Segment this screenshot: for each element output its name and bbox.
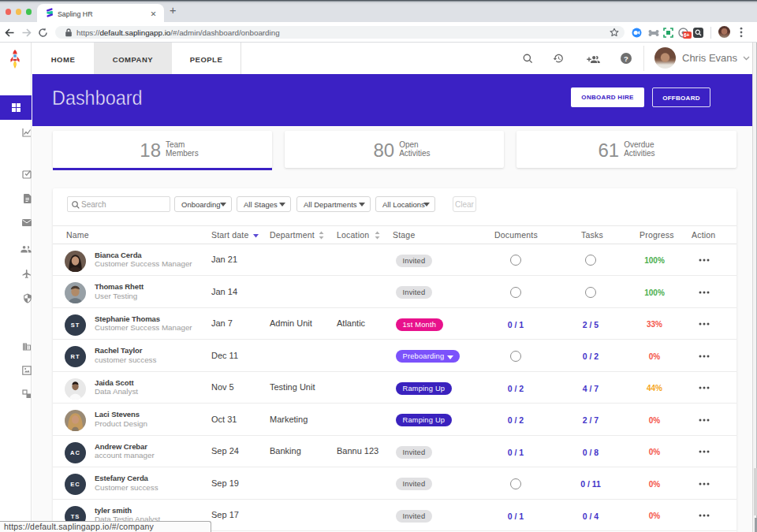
svg-text:?: ?: [624, 54, 628, 63]
